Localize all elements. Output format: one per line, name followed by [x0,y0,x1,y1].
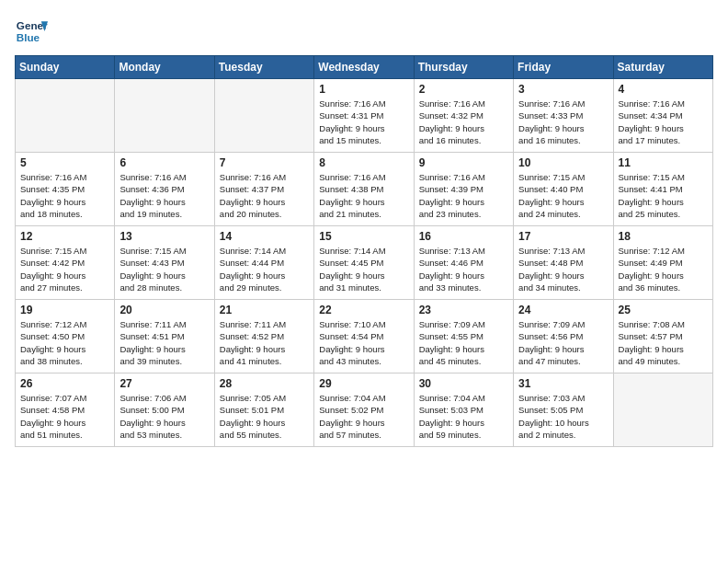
week-row-2: 5Sunrise: 7:16 AM Sunset: 4:35 PM Daylig… [16,153,713,226]
logo: General Blue [15,15,48,48]
day-info: Sunrise: 7:12 AM Sunset: 4:50 PM Dayligh… [20,318,109,367]
day-info: Sunrise: 7:15 AM Sunset: 4:42 PM Dayligh… [20,245,109,293]
week-row-4: 19Sunrise: 7:12 AM Sunset: 4:50 PM Dayli… [16,300,713,373]
day-info: Sunrise: 7:11 AM Sunset: 4:51 PM Dayligh… [119,318,209,367]
week-row-1: 1Sunrise: 7:16 AM Sunset: 4:31 PM Daylig… [16,79,713,153]
day-cell: 16Sunrise: 7:13 AM Sunset: 4:46 PM Dayli… [414,226,513,300]
day-info: Sunrise: 7:15 AM Sunset: 4:40 PM Dayligh… [518,171,608,220]
day-number: 23 [419,304,508,316]
day-cell: 7Sunrise: 7:16 AM Sunset: 4:37 PM Daylig… [214,153,313,226]
day-number: 11 [619,156,708,169]
day-number: 26 [20,377,109,390]
col-header-friday: Friday [514,56,613,79]
day-cell: 1Sunrise: 7:16 AM Sunset: 4:31 PM Daylig… [314,79,414,153]
day-number: 27 [119,377,209,390]
day-cell: 19Sunrise: 7:12 AM Sunset: 4:50 PM Dayli… [16,300,115,373]
day-info: Sunrise: 7:09 AM Sunset: 4:56 PM Dayligh… [518,318,608,367]
week-row-5: 26Sunrise: 7:07 AM Sunset: 4:58 PM Dayli… [16,373,713,447]
day-number: 15 [319,230,408,243]
day-number: 1 [319,83,408,96]
day-info: Sunrise: 7:16 AM Sunset: 4:34 PM Dayligh… [619,98,708,146]
day-number: 29 [319,377,408,390]
day-number: 12 [20,230,109,243]
day-number: 14 [220,230,309,243]
day-cell: 4Sunrise: 7:16 AM Sunset: 4:34 PM Daylig… [613,79,712,153]
day-number: 21 [220,304,309,316]
day-number: 25 [619,304,708,316]
day-cell: 30Sunrise: 7:04 AM Sunset: 5:03 PM Dayli… [414,373,513,447]
day-info: Sunrise: 7:16 AM Sunset: 4:38 PM Dayligh… [319,171,408,220]
day-number: 18 [619,230,708,243]
day-number: 9 [419,156,508,169]
day-cell: 12Sunrise: 7:15 AM Sunset: 4:42 PM Dayli… [16,226,115,300]
day-number: 3 [518,83,608,96]
day-info: Sunrise: 7:14 AM Sunset: 4:45 PM Dayligh… [319,245,408,293]
day-info: Sunrise: 7:10 AM Sunset: 4:54 PM Dayligh… [319,318,408,367]
day-info: Sunrise: 7:16 AM Sunset: 4:31 PM Dayligh… [319,98,408,146]
day-cell: 27Sunrise: 7:06 AM Sunset: 5:00 PM Dayli… [115,373,214,447]
day-number: 6 [119,156,209,169]
day-number: 2 [419,83,508,96]
day-info: Sunrise: 7:08 AM Sunset: 4:57 PM Dayligh… [619,318,708,367]
day-cell: 2Sunrise: 7:16 AM Sunset: 4:32 PM Daylig… [414,79,513,153]
day-info: Sunrise: 7:04 AM Sunset: 5:03 PM Dayligh… [419,392,508,441]
day-cell: 3Sunrise: 7:16 AM Sunset: 4:33 PM Daylig… [514,79,613,153]
day-info: Sunrise: 7:15 AM Sunset: 4:41 PM Dayligh… [619,171,708,220]
day-cell: 31Sunrise: 7:03 AM Sunset: 5:05 PM Dayli… [514,373,613,447]
day-number: 17 [518,230,608,243]
day-cell [115,79,214,153]
day-cell [16,79,115,153]
day-info: Sunrise: 7:15 AM Sunset: 4:43 PM Dayligh… [119,245,209,293]
header-row: SundayMondayTuesdayWednesdayThursdayFrid… [16,56,713,79]
day-cell: 17Sunrise: 7:13 AM Sunset: 4:48 PM Dayli… [514,226,613,300]
day-cell: 22Sunrise: 7:10 AM Sunset: 4:54 PM Dayli… [314,300,414,373]
day-cell: 11Sunrise: 7:15 AM Sunset: 4:41 PM Dayli… [613,153,712,226]
day-cell: 21Sunrise: 7:11 AM Sunset: 4:52 PM Dayli… [214,300,313,373]
svg-text:Blue: Blue [17,31,40,43]
day-cell [613,373,712,447]
day-cell: 5Sunrise: 7:16 AM Sunset: 4:35 PM Daylig… [16,153,115,226]
day-info: Sunrise: 7:16 AM Sunset: 4:37 PM Dayligh… [220,171,309,220]
col-header-monday: Monday [115,56,214,79]
day-cell: 13Sunrise: 7:15 AM Sunset: 4:43 PM Dayli… [115,226,214,300]
day-info: Sunrise: 7:09 AM Sunset: 4:55 PM Dayligh… [419,318,508,367]
col-header-tuesday: Tuesday [214,56,313,79]
day-cell [214,79,313,153]
day-number: 16 [419,230,508,243]
col-header-sunday: Sunday [16,56,115,79]
col-header-wednesday: Wednesday [314,56,414,79]
day-info: Sunrise: 7:04 AM Sunset: 5:02 PM Dayligh… [319,392,408,441]
day-info: Sunrise: 7:03 AM Sunset: 5:05 PM Dayligh… [518,392,608,441]
week-row-3: 12Sunrise: 7:15 AM Sunset: 4:42 PM Dayli… [16,226,713,300]
day-number: 8 [319,156,408,169]
day-info: Sunrise: 7:07 AM Sunset: 4:58 PM Dayligh… [20,392,109,441]
day-cell: 10Sunrise: 7:15 AM Sunset: 4:40 PM Dayli… [514,153,613,226]
header: General Blue [15,15,713,48]
day-info: Sunrise: 7:16 AM Sunset: 4:35 PM Dayligh… [20,171,109,220]
calendar: SundayMondayTuesdayWednesdayThursdayFrid… [15,55,713,447]
day-info: Sunrise: 7:16 AM Sunset: 4:33 PM Dayligh… [518,98,608,146]
day-cell: 18Sunrise: 7:12 AM Sunset: 4:49 PM Dayli… [613,226,712,300]
day-number: 7 [220,156,309,169]
day-info: Sunrise: 7:13 AM Sunset: 4:48 PM Dayligh… [518,245,608,293]
day-cell: 26Sunrise: 7:07 AM Sunset: 4:58 PM Dayli… [16,373,115,447]
logo-icon: General Blue [15,15,48,48]
day-number: 13 [119,230,209,243]
day-number: 30 [419,377,508,390]
day-cell: 25Sunrise: 7:08 AM Sunset: 4:57 PM Dayli… [613,300,712,373]
day-number: 5 [20,156,109,169]
day-info: Sunrise: 7:13 AM Sunset: 4:46 PM Dayligh… [419,245,508,293]
day-cell: 6Sunrise: 7:16 AM Sunset: 4:36 PM Daylig… [115,153,214,226]
day-cell: 8Sunrise: 7:16 AM Sunset: 4:38 PM Daylig… [314,153,414,226]
day-number: 22 [319,304,408,316]
day-number: 24 [518,304,608,316]
col-header-saturday: Saturday [613,56,712,79]
day-number: 10 [518,156,608,169]
day-number: 28 [220,377,309,390]
day-cell: 14Sunrise: 7:14 AM Sunset: 4:44 PM Dayli… [214,226,313,300]
day-info: Sunrise: 7:16 AM Sunset: 4:39 PM Dayligh… [419,171,508,220]
col-header-thursday: Thursday [414,56,513,79]
day-number: 19 [20,304,109,316]
day-cell: 28Sunrise: 7:05 AM Sunset: 5:01 PM Dayli… [214,373,313,447]
day-info: Sunrise: 7:05 AM Sunset: 5:01 PM Dayligh… [220,392,309,441]
